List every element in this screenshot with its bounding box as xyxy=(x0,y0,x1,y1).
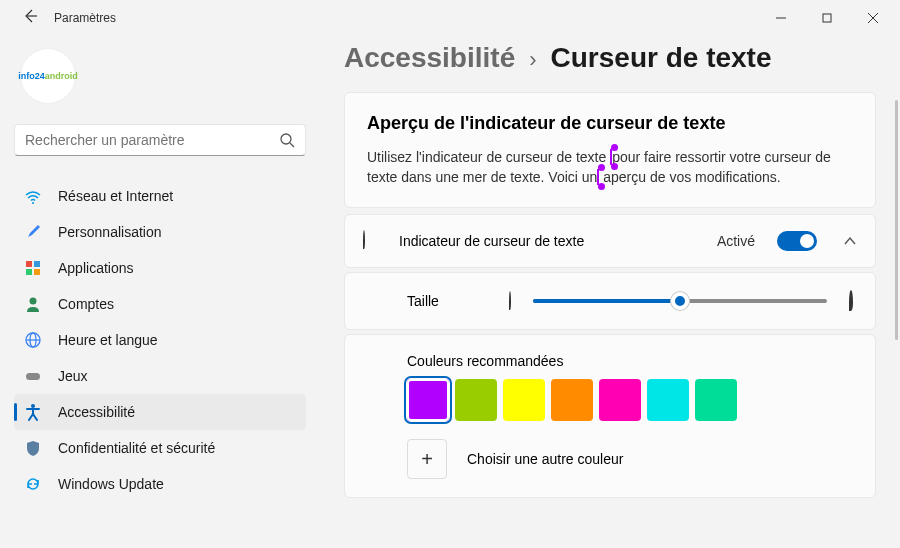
sidebar-item-brush[interactable]: Personnalisation xyxy=(14,214,306,250)
scrollbar[interactable] xyxy=(895,100,898,340)
color-swatch[interactable] xyxy=(503,379,545,421)
color-swatch[interactable] xyxy=(647,379,689,421)
svg-rect-10 xyxy=(34,269,40,275)
svg-point-6 xyxy=(32,202,34,204)
indicator-state: Activé xyxy=(717,233,755,249)
size-slider[interactable] xyxy=(533,291,827,311)
chevron-right-icon: › xyxy=(529,47,536,73)
sidebar-item-label: Accessibilité xyxy=(58,404,135,420)
minimize-button[interactable] xyxy=(758,2,804,34)
size-label: Taille xyxy=(407,293,487,309)
colors-title: Couleurs recommandées xyxy=(407,353,853,369)
sidebar-item-label: Comptes xyxy=(58,296,114,312)
accessibility-icon xyxy=(24,403,42,421)
sidebar-item-shield[interactable]: Confidentialité et sécurité xyxy=(14,430,306,466)
preview-body: Utilisez l'indicateur de curseur de text… xyxy=(367,148,853,187)
cursor-small-icon xyxy=(509,292,511,310)
cursor-big-icon xyxy=(849,292,853,310)
shield-icon xyxy=(24,439,42,457)
svg-rect-1 xyxy=(823,14,831,22)
breadcrumb-current: Curseur de texte xyxy=(551,42,772,74)
sidebar-item-label: Jeux xyxy=(58,368,88,384)
sidebar-item-wifi[interactable]: Réseau et Internet xyxy=(14,178,306,214)
sync-icon xyxy=(24,475,42,493)
choose-color-label: Choisir une autre couleur xyxy=(467,451,623,467)
svg-rect-9 xyxy=(26,269,32,275)
person-icon xyxy=(24,295,42,313)
color-swatch[interactable] xyxy=(695,379,737,421)
preview-title: Aperçu de l'indicateur de curseur de tex… xyxy=(367,113,853,134)
svg-rect-7 xyxy=(26,261,32,267)
sidebar-item-apps[interactable]: Applications xyxy=(14,250,306,286)
wifi-icon xyxy=(24,187,42,205)
choose-color-button[interactable]: + Choisir une autre couleur xyxy=(407,439,853,479)
preview-panel: Aperçu de l'indicateur de curseur de tex… xyxy=(344,92,876,208)
sidebar-item-sync[interactable]: Windows Update xyxy=(14,466,306,502)
indicator-toggle[interactable] xyxy=(777,231,817,251)
svg-point-11 xyxy=(30,298,37,305)
svg-rect-8 xyxy=(34,261,40,267)
sidebar-item-label: Personnalisation xyxy=(58,224,162,240)
color-swatch[interactable] xyxy=(407,379,449,421)
colors-panel: Couleurs recommandées + Choisir une autr… xyxy=(344,334,876,498)
globe-icon xyxy=(24,331,42,349)
gamepad-icon xyxy=(24,367,42,385)
close-button[interactable] xyxy=(850,2,896,34)
sidebar-item-label: Heure et langue xyxy=(58,332,158,348)
sidebar-item-globe[interactable]: Heure et langue xyxy=(14,322,306,358)
color-swatch[interactable] xyxy=(599,379,641,421)
search-input[interactable] xyxy=(25,132,279,148)
sidebar-item-gamepad[interactable]: Jeux xyxy=(14,358,306,394)
cursor-icon xyxy=(363,231,383,251)
maximize-button[interactable] xyxy=(804,2,850,34)
sidebar-item-label: Réseau et Internet xyxy=(58,188,173,204)
sidebar-item-label: Applications xyxy=(58,260,134,276)
breadcrumb: Accessibilité › Curseur de texte xyxy=(344,42,876,74)
plus-icon: + xyxy=(407,439,447,479)
back-button[interactable] xyxy=(22,8,38,28)
avatar[interactable]: info24android xyxy=(20,48,76,104)
svg-point-16 xyxy=(31,404,35,408)
apps-icon xyxy=(24,259,42,277)
cursor-indicator-sample xyxy=(610,149,612,165)
brush-icon xyxy=(24,223,42,241)
sidebar-item-label: Confidentialité et sécurité xyxy=(58,440,215,456)
svg-point-4 xyxy=(281,134,291,144)
color-swatch[interactable] xyxy=(455,379,497,421)
svg-line-5 xyxy=(290,143,294,147)
size-panel: Taille xyxy=(344,272,876,330)
search-input-container[interactable] xyxy=(14,124,306,156)
svg-rect-15 xyxy=(26,373,40,380)
indicator-label: Indicateur de curseur de texte xyxy=(399,233,701,249)
window-title: Paramètres xyxy=(54,11,116,25)
chevron-up-icon[interactable] xyxy=(843,234,857,248)
sidebar-item-accessibility[interactable]: Accessibilité xyxy=(14,394,306,430)
search-icon xyxy=(279,132,295,148)
sidebar-item-person[interactable]: Comptes xyxy=(14,286,306,322)
color-swatch[interactable] xyxy=(551,379,593,421)
breadcrumb-parent[interactable]: Accessibilité xyxy=(344,42,515,74)
indicator-toggle-row[interactable]: Indicateur de curseur de texte Activé xyxy=(344,214,876,268)
sidebar-item-label: Windows Update xyxy=(58,476,164,492)
